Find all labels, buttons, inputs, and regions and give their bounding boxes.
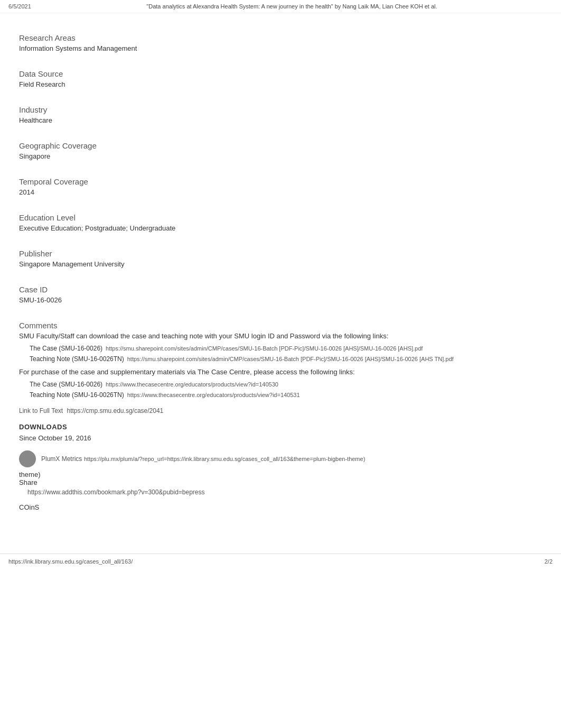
data-source-value: Field Research: [19, 80, 542, 88]
comments-label: Comments: [19, 321, 542, 330]
case-id-value: SMU-16-0026: [19, 296, 542, 304]
casecentre-case-label: The Case (SMU-16-0026): [30, 379, 102, 390]
plumx-icon[interactable]: [19, 450, 36, 467]
plumx-text[interactable]: PlumX Metrics https://plu.mx/plum/a/?rep…: [41, 455, 365, 463]
data-source-label: Data Source: [19, 69, 542, 78]
theme-share-section: theme) Share https://www.addthis.com/boo…: [19, 471, 542, 496]
temporal-coverage-label: Temporal Coverage: [19, 177, 542, 186]
theme-label: theme): [19, 471, 542, 478]
research-areas-label: Research Areas: [19, 33, 542, 42]
geographic-coverage-label: Geographic Coverage: [19, 141, 542, 150]
plumx-label: PlumX Metrics: [41, 455, 82, 463]
downloads-since: Since October 19, 2016: [19, 434, 542, 442]
sharepoint-link-row-1: The Case (SMU-16-0026) https://smu.share…: [30, 343, 542, 354]
sharepoint-link-row-2: Teaching Note (SMU-16-0026TN) https://sm…: [30, 354, 542, 364]
casecentre-link-row-1: The Case (SMU-16-0026) https://www.theca…: [30, 379, 542, 390]
sharepoint-case-url[interactable]: https://smu.sharepoint.com/sites/admin/C…: [106, 344, 423, 354]
sharepoint-tn-url[interactable]: https://smu.sharepoint.com/sites/admin/C…: [127, 354, 454, 364]
footer-page: 2/2: [545, 558, 553, 565]
publisher-value: Singapore Management University: [19, 260, 542, 268]
sharepoint-tn-label: Teaching Note (SMU-16-0026TN): [30, 354, 124, 364]
casecentre-tn-url[interactable]: https://www.thecasecentre.org/educators/…: [127, 390, 300, 400]
case-id-label: Case ID: [19, 285, 542, 294]
sharepoint-links: The Case (SMU-16-0026) https://smu.share…: [30, 343, 542, 365]
purchase-intro: For purchase of the case and supplementa…: [19, 368, 542, 376]
comments-intro: SMU Faculty/Staff can download the case …: [19, 332, 542, 340]
industry-label: Industry: [19, 105, 542, 114]
industry-value: Healthcare: [19, 116, 542, 124]
geographic-coverage-value: Singapore: [19, 152, 542, 160]
page-date: 6/5/2021: [8, 3, 31, 10]
downloads-label: DOWNLOADS: [19, 423, 542, 431]
full-text-section: Link to Full Text https://cmp.smu.edu.sg…: [19, 407, 542, 414]
temporal-coverage-value: 2014: [19, 188, 542, 196]
sharepoint-case-label: The Case (SMU-16-0026): [30, 343, 102, 354]
coins-label: COinS: [19, 503, 542, 511]
addthis-link[interactable]: https://www.addthis.com/bookmark.php?v=3…: [27, 489, 542, 496]
plumx-section: PlumX Metrics https://plu.mx/plum/a/?rep…: [19, 450, 542, 467]
education-level-value: Executive Education; Postgraduate; Under…: [19, 224, 542, 232]
casecentre-link-row-2: Teaching Note (SMU-16-0026TN) https://ww…: [30, 390, 542, 400]
education-level-label: Education Level: [19, 213, 542, 222]
full-text-url[interactable]: https://cmp.smu.edu.sg/case/2041: [67, 407, 164, 414]
casecentre-tn-label: Teaching Note (SMU-16-0026TN): [30, 390, 124, 400]
plumx-url: https://plu.mx/plum/a/?repo_url=https://…: [84, 456, 365, 462]
publisher-label: Publisher: [19, 249, 542, 258]
page-title: "Data analytics at Alexandra Health Syst…: [31, 3, 553, 10]
share-label: Share: [19, 478, 542, 486]
full-text-label: Link to Full Text: [19, 407, 63, 414]
footer-url[interactable]: https://ink.library.smu.edu.sg/cases_col…: [8, 558, 133, 565]
research-areas-value: Information Systems and Management: [19, 44, 542, 52]
casecentre-links: The Case (SMU-16-0026) https://www.theca…: [30, 379, 542, 401]
casecentre-case-url[interactable]: https://www.thecasecentre.org/educators/…: [106, 380, 278, 390]
